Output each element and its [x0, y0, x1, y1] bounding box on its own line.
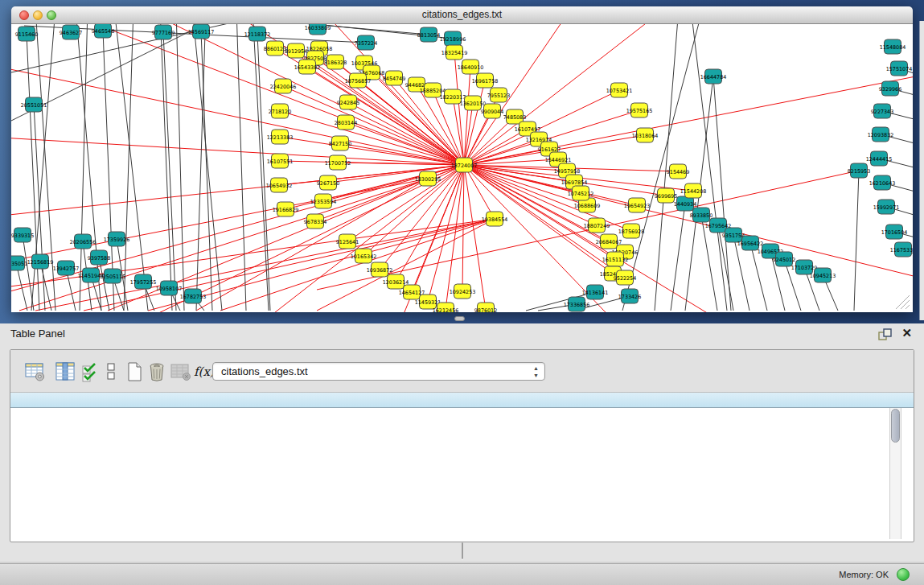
graph-edge[interactable]: [163, 32, 176, 311]
graph-edge[interactable]: [192, 24, 222, 311]
graph-edge[interactable]: [236, 24, 246, 311]
memory-status-indicator[interactable]: [897, 568, 910, 581]
graph-node[interactable]: 12093832: [868, 127, 894, 142]
graph-node[interactable]: 8933850: [690, 208, 713, 222]
graph-node[interactable]: 15751074: [886, 61, 913, 76]
graph-edge[interactable]: [257, 34, 270, 311]
graph-edge[interactable]: [328, 165, 464, 183]
graph-node[interactable]: 19575165: [626, 103, 653, 117]
graph-node[interactable]: 7955123: [487, 88, 510, 102]
graph-edge[interactable]: [201, 31, 212, 311]
graph-edge[interactable]: [671, 204, 685, 311]
graph-node[interactable]: 9329966: [879, 81, 901, 96]
zoom-window-button[interactable]: [47, 10, 56, 20]
graph-node[interactable]: 16644784: [700, 69, 727, 84]
graph-node[interactable]: 2803144: [335, 115, 357, 130]
graph-node[interactable]: 20206556: [70, 234, 97, 249]
graph-edge[interactable]: [253, 24, 269, 311]
graph-edge[interactable]: [622, 24, 703, 311]
graph-node[interactable]: 9463627: [60, 25, 82, 39]
graph-node[interactable]: 14569117: [188, 24, 215, 39]
graph-edge[interactable]: [464, 67, 470, 165]
graph-node[interactable]: 19166829: [273, 202, 299, 216]
graph-node[interactable]: 16210643: [869, 175, 896, 190]
graph-node[interactable]: 22420046: [270, 79, 297, 93]
graph-edge[interactable]: [160, 24, 172, 311]
graph-node[interactable]: 10753421: [606, 83, 633, 97]
graph-node[interactable]: 9465546: [92, 24, 114, 38]
rows-icon[interactable]: [104, 361, 118, 382]
split-pane-divider-handle[interactable]: [454, 316, 465, 321]
graph-node[interactable]: 12118372: [244, 27, 271, 41]
graph-node[interactable]: 9777169: [152, 25, 175, 39]
graph-edge[interactable]: [23, 235, 34, 311]
graph-node[interactable]: 10654932: [266, 178, 293, 192]
graph-node[interactable]: 20551051: [21, 97, 47, 112]
graph-edge[interactable]: [280, 111, 464, 165]
graph-node[interactable]: 19218996: [440, 31, 466, 46]
network-canvas[interactable]: 9115460946362794655469777169145691171211…: [11, 24, 913, 312]
graph-node[interactable]: 8454749: [383, 71, 405, 85]
table-scrollbar[interactable]: [889, 408, 901, 539]
graph-node[interactable]: 15992971: [873, 200, 900, 214]
table-selector-dropdown[interactable]: citations_edges.txt ▲▼: [212, 362, 545, 381]
graph-edge[interactable]: [348, 102, 464, 165]
graph-node[interactable]: 12156819: [27, 254, 54, 269]
graph-node[interactable]: 2718120: [269, 104, 291, 118]
graph-node[interactable]: 9699695: [655, 188, 677, 203]
graph-edge[interactable]: [464, 72, 913, 165]
graph-node[interactable]: 12353594: [310, 194, 337, 208]
delete-table-icon[interactable]: [170, 361, 192, 382]
graph-node[interactable]: 9876012: [474, 303, 497, 312]
graph-node[interactable]: 9339315: [11, 228, 34, 242]
graph-edge[interactable]: [713, 76, 731, 311]
graph-node[interactable]: 16033809: [305, 24, 331, 35]
graph-node[interactable]: 12444415: [866, 151, 893, 166]
graph-node[interactable]: 18640910: [458, 60, 484, 74]
graph-edge[interactable]: [280, 137, 464, 165]
graph-node[interactable]: 18756928: [618, 224, 645, 238]
graph-edge[interactable]: [323, 165, 464, 201]
graph-node[interactable]: 14136141: [582, 285, 609, 299]
graph-node[interactable]: 8860123: [264, 41, 286, 56]
close-window-button[interactable]: [19, 10, 29, 20]
graph-node[interactable]: 9227343: [871, 104, 893, 118]
graph-node[interactable]: 9678334: [304, 214, 326, 229]
graph-node[interactable]: 11548084: [880, 39, 906, 54]
graph-node[interactable]: 9267150: [317, 175, 339, 190]
network-window-titlebar[interactable]: citations_edges.txt: [11, 6, 913, 24]
table-columns-icon[interactable]: [54, 361, 76, 382]
float-panel-icon[interactable]: [878, 328, 892, 340]
graph-node[interactable]: 8427150: [329, 136, 351, 150]
graph-node[interactable]: 9242845: [337, 95, 359, 109]
graph-node[interactable]: 18325419: [441, 45, 468, 60]
graph-node[interactable]: 8215953: [848, 163, 870, 178]
table-settings-icon[interactable]: [24, 361, 47, 382]
graph-node[interactable]: 10958107: [156, 281, 183, 295]
select-checklist-icon[interactable]: [81, 361, 99, 382]
graph-edge[interactable]: [176, 24, 184, 311]
graph-node[interactable]: 9115460: [15, 27, 38, 41]
table-scrollbar-thumb[interactable]: [891, 409, 900, 443]
graph-node[interactable]: 9125641: [336, 234, 359, 249]
graph-node[interactable]: 7357224: [355, 35, 377, 50]
graph-node[interactable]: 16107551: [267, 154, 294, 168]
graph-node[interactable]: 17957255: [130, 274, 157, 289]
graph-node[interactable]: 11700752: [325, 155, 351, 170]
graph-edge[interactable]: [34, 105, 45, 311]
graph-edge[interactable]: [854, 171, 859, 311]
graph-edge[interactable]: [283, 86, 464, 165]
graph-node[interactable]: 10318064: [632, 128, 659, 142]
graph-edge[interactable]: [691, 24, 727, 311]
trash-icon[interactable]: [146, 361, 168, 382]
graph-node[interactable]: 8186328: [324, 55, 347, 69]
graph-node[interactable]: 1733426: [618, 289, 641, 303]
graph-node[interactable]: 11675338: [890, 242, 913, 257]
graph-edge[interactable]: [464, 165, 913, 282]
graph-node[interactable]: 10924253: [450, 284, 476, 299]
graph-node[interactable]: 16961758: [472, 73, 499, 88]
network-window[interactable]: citations_edges.txt 91154609463627946554…: [11, 6, 913, 312]
graph-node[interactable]: 9154469: [667, 164, 689, 179]
graph-node[interactable]: 9909044: [481, 104, 503, 118]
graph-node[interactable]: 9397588: [88, 250, 110, 265]
